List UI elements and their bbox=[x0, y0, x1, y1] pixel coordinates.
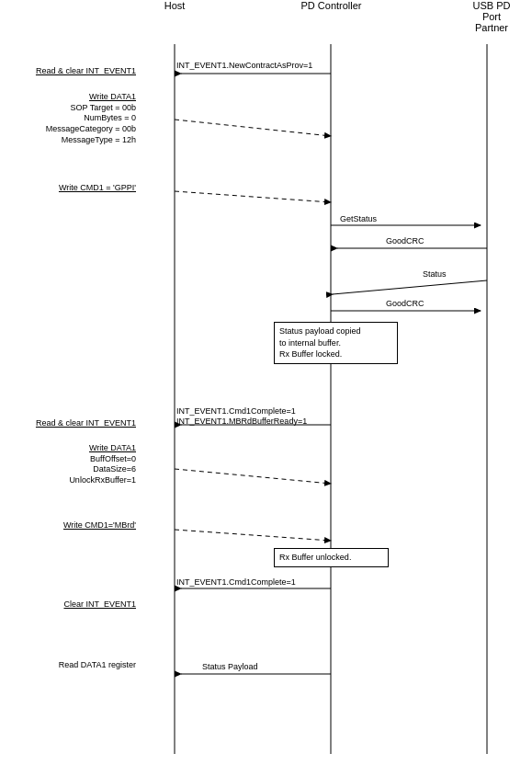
svg-line-7 bbox=[175, 191, 331, 202]
label-read-clear-2: Read & clear INT_EVENT1 bbox=[0, 418, 136, 429]
svg-line-14 bbox=[175, 530, 331, 541]
msg8-label1: INT_EVENT1.Cmd1Complete=1 bbox=[176, 406, 296, 416]
label-write-cmd1-gppi: Write CMD1 = 'GPPI' bbox=[0, 183, 136, 194]
label-read-data1: Read DATA1 register bbox=[0, 660, 136, 671]
label-write-data1-1: Write DATA1 SOP Target = 00b NumBytes = … bbox=[0, 92, 136, 145]
pd-controller-label: PD Controller bbox=[278, 0, 384, 11]
msg5-label: GoodCRC bbox=[386, 236, 424, 245]
svg-line-10 bbox=[333, 280, 487, 294]
msg1-label: INT_EVENT1.NewContractAsProv=1 bbox=[176, 61, 312, 70]
msg8-label2: INT_EVENT1.MBRdBufferReady=1 bbox=[176, 417, 307, 426]
label-write-cmd1-mbrd: Write CMD1='MBrd' bbox=[0, 520, 136, 531]
note-status-payload: Status payload copiedto internal buffer.… bbox=[274, 322, 398, 364]
msg6-label: Status bbox=[423, 269, 447, 279]
msg12-label: Status Payload bbox=[202, 662, 258, 671]
label-clear-int: Clear INT_EVENT1 bbox=[0, 599, 136, 611]
msg11-label: INT_EVENT1.Cmd1Complete=1 bbox=[176, 577, 296, 587]
msg7-label: GoodCRC bbox=[386, 299, 424, 308]
host-label: Host bbox=[142, 0, 207, 11]
note-rx-buffer: Rx Buffer unlocked. bbox=[274, 548, 389, 567]
sequence-diagram: Host PD Controller USB PDPortPartner Rea… bbox=[0, 0, 532, 765]
label-read-clear-1: Read & clear INT_EVENT1 bbox=[0, 66, 136, 77]
label-write-data1-2: Write DATA1 BuffOffset=0 DataSize=6 Unlo… bbox=[0, 443, 136, 486]
svg-line-13 bbox=[175, 469, 331, 484]
msg4-label: GetStatus bbox=[340, 214, 377, 223]
svg-line-6 bbox=[175, 120, 331, 136]
usb-pd-label: USB PDPortPartner bbox=[459, 0, 524, 33]
